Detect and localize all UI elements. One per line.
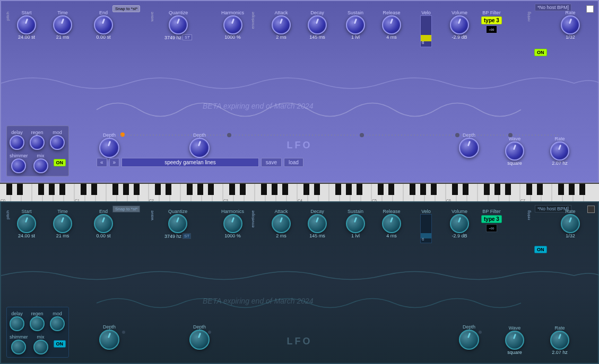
rate-knob-dial-top[interactable] xyxy=(561,15,580,34)
mod-knob-top[interactable] xyxy=(50,135,65,150)
end-knob-dial-bottom[interactable] xyxy=(94,214,113,233)
lfo-depth3-knob-bottom: Depth xyxy=(459,323,479,350)
lfo-depth3-dial-bottom[interactable] xyxy=(459,330,479,350)
decay-knob-top: Decay 145 ms xyxy=(308,9,327,40)
decay-knob-dial-bottom[interactable] xyxy=(308,214,327,233)
rate-knob-top: Rate 1/32 xyxy=(561,9,580,40)
svg-rect-80 xyxy=(282,184,288,195)
square-button-bottom[interactable] xyxy=(587,206,595,213)
piano-svg[interactable]: C0 C1 C2 C3 C4 C5 C6 C7 xyxy=(0,184,599,202)
harmonics-knob-dial-bottom[interactable] xyxy=(223,214,242,233)
shimmer-knob-bottom[interactable] xyxy=(11,340,26,354)
pitch-label-top: pitch xyxy=(5,12,10,21)
velo-slider-top[interactable]: 6 xyxy=(420,15,432,47)
lfo-depth2-dial-top[interactable] xyxy=(189,138,210,158)
volume-knob-dial-bottom[interactable] xyxy=(450,214,469,233)
rate-knob-bottom: Rate 1/32 xyxy=(561,208,580,238)
lfo-depth3-dial-top[interactable] xyxy=(459,138,479,158)
svg-rect-93 xyxy=(484,184,490,195)
velo-section-top: Velo 6 xyxy=(420,9,432,47)
lfo-dot2-bottom xyxy=(208,331,211,334)
save-btn-top[interactable]: save xyxy=(261,158,282,167)
lfo-wave-dial-bottom[interactable] xyxy=(505,331,524,350)
lfo-wave-dial-top[interactable] xyxy=(505,141,524,161)
svg-rect-90 xyxy=(431,184,437,195)
svg-rect-67 xyxy=(91,184,97,195)
svg-rect-70 xyxy=(134,184,140,195)
delay-knob-top[interactable] xyxy=(10,135,24,150)
st-badge-top: ST xyxy=(183,34,192,40)
bp-filter-type-btn-bottom[interactable]: type 3 xyxy=(481,215,502,223)
load-btn-top[interactable]: load xyxy=(284,158,303,167)
wave-label-top: wave xyxy=(150,12,154,22)
svg-rect-91 xyxy=(452,184,458,195)
svg-rect-99 xyxy=(569,184,575,195)
svg-rect-66 xyxy=(81,184,86,195)
volume-knob-dial-top[interactable] xyxy=(450,15,469,34)
on-button-bottom[interactable]: ON xyxy=(534,246,547,253)
svg-rect-71 xyxy=(155,184,161,195)
release-knob-dial-bottom[interactable] xyxy=(382,214,401,233)
svg-rect-88 xyxy=(410,184,415,195)
mix-knob-top[interactable] xyxy=(33,158,48,173)
svg-rect-64 xyxy=(49,184,55,195)
lfo-depth2-dial-bottom[interactable] xyxy=(189,330,210,350)
delay-on-btn-top[interactable]: ON xyxy=(54,159,66,166)
snap-button-bottom[interactable]: Snap to *st* xyxy=(112,206,140,212)
decay-knob-bottom: Decay 145 ms xyxy=(308,208,327,238)
delay-section-top: delay regen mod shimmer mix ON xyxy=(6,126,69,176)
quantize-knob-top: Quantize 3749 hz ST xyxy=(164,9,192,40)
preset-name-top: speedy gamelan lines xyxy=(121,158,259,167)
svg-rect-73 xyxy=(187,184,193,195)
wave-label-bottom: wave xyxy=(150,210,154,220)
lfo-depth1-dial-bottom[interactable] xyxy=(99,330,119,350)
attack-knob-dial-top[interactable] xyxy=(272,15,291,34)
end-knob-dial-top[interactable] xyxy=(94,15,113,34)
svg-rect-68 xyxy=(112,184,118,195)
sustain-knob-dial-top[interactable] xyxy=(346,15,365,34)
waveform-bottom xyxy=(1,265,599,286)
retrig-label-bottom: retrig xyxy=(526,210,531,220)
release-knob-dial-top[interactable] xyxy=(382,15,401,34)
attack-knob-dial-bottom[interactable] xyxy=(272,214,291,233)
mix-knob-bottom[interactable] xyxy=(33,340,48,354)
harmonics-knob-dial-top[interactable] xyxy=(223,15,242,34)
start-knob-dial-top[interactable] xyxy=(17,15,36,34)
beta-text-top: BETA expiring end of March 2024 xyxy=(203,102,314,110)
shimmer-knob-top[interactable] xyxy=(11,158,26,173)
harmonics-knob-top: Harmonics 1000 % xyxy=(221,9,244,40)
mod-knob-bottom[interactable] xyxy=(50,316,65,331)
velo-slider-bottom[interactable]: 6 xyxy=(420,214,432,243)
sustain-knob-dial-bottom[interactable] xyxy=(346,214,365,233)
time-knob-dial-top[interactable] xyxy=(53,15,72,34)
svg-rect-98 xyxy=(558,184,564,195)
time-knob-dial-bottom[interactable] xyxy=(53,214,72,233)
regen-knob-top[interactable] xyxy=(30,135,45,150)
svg-rect-87 xyxy=(388,184,394,195)
square-button-top[interactable] xyxy=(586,5,594,13)
on-button-top[interactable]: ON xyxy=(534,49,547,56)
snap-button-top[interactable]: Snap to *st* xyxy=(112,5,140,12)
lfo-dot3-bottom xyxy=(479,331,482,334)
lfo-rate-dial-top[interactable] xyxy=(550,141,569,161)
lfo-depth1-dial-top[interactable] xyxy=(99,138,119,158)
rate-knob-dial-bottom[interactable] xyxy=(561,214,580,233)
decay-knob-dial-top[interactable] xyxy=(308,15,327,34)
preset-prev-btn-top[interactable]: « xyxy=(97,158,107,167)
lfo-rate-dial-bottom[interactable] xyxy=(550,331,569,350)
bp-filter-type-btn-top[interactable]: type 3 xyxy=(481,16,502,24)
delay-on-btn-bottom[interactable]: ON xyxy=(54,340,66,348)
delay-knob-bottom[interactable] xyxy=(10,316,24,331)
velo-section-bottom: Velo 6 xyxy=(420,208,432,243)
quantize-knob-dial-top[interactable] xyxy=(169,15,188,34)
keyboard-bar: N NUSofting Fertile Audio Tools Glitch P… xyxy=(0,183,599,201)
pitch-label-bottom: pitch xyxy=(5,210,10,219)
piano-keyboard[interactable]: C0 C1 C2 C3 C4 C5 C6 C7 xyxy=(0,184,599,202)
quantize-knob-dial-bottom[interactable] xyxy=(168,214,187,233)
preset-next-btn-top[interactable]: » xyxy=(109,158,120,167)
release-knob-top: Release 4 ms xyxy=(382,9,401,40)
start-knob-dial-bottom[interactable] xyxy=(17,214,36,233)
release-knob-bottom: Release 4 ms xyxy=(382,208,401,238)
regen-knob-bottom[interactable] xyxy=(30,316,45,331)
inf-display-top: -∞ xyxy=(486,25,497,33)
